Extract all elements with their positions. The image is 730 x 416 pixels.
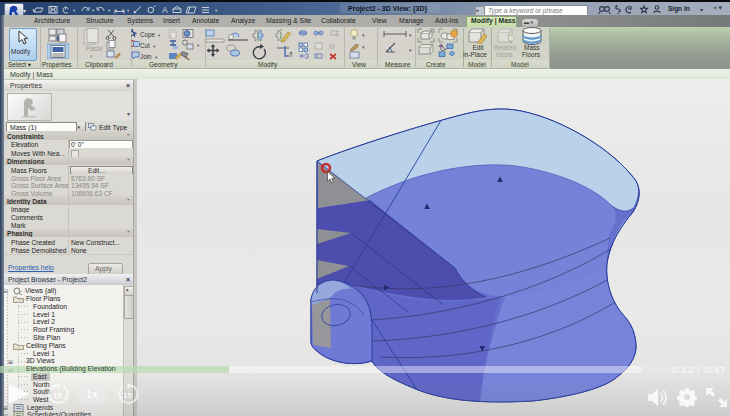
svg-text:Join: Join [140, 53, 152, 60]
svg-text:▾: ▾ [92, 8, 95, 13]
svg-text:▾: ▾ [127, 8, 130, 13]
svg-text:▾: ▾ [409, 47, 412, 53]
svg-text:Cut: Cut [140, 42, 150, 49]
svg-text:▾: ▾ [73, 8, 76, 13]
svg-text:15: 15 [123, 391, 132, 400]
svg-text:▾: ▾ [215, 8, 218, 13]
svg-text:▾: ▾ [197, 43, 200, 48]
svg-text:▾: ▾ [155, 55, 158, 60]
svg-text:▾: ▾ [153, 44, 156, 49]
svg-text:A: A [162, 5, 168, 15]
svg-text:▾: ▾ [362, 44, 365, 50]
svg-text:15: 15 [53, 391, 62, 400]
svg-text:Cope: Cope [140, 31, 156, 39]
svg-text:Paste: Paste [86, 45, 103, 52]
svg-text:▾: ▾ [158, 33, 161, 38]
svg-text:▾: ▾ [108, 8, 111, 13]
svg-text:▾: ▾ [90, 53, 93, 59]
svg-text:▾: ▾ [362, 32, 365, 38]
svg-text:▾: ▾ [409, 32, 412, 38]
